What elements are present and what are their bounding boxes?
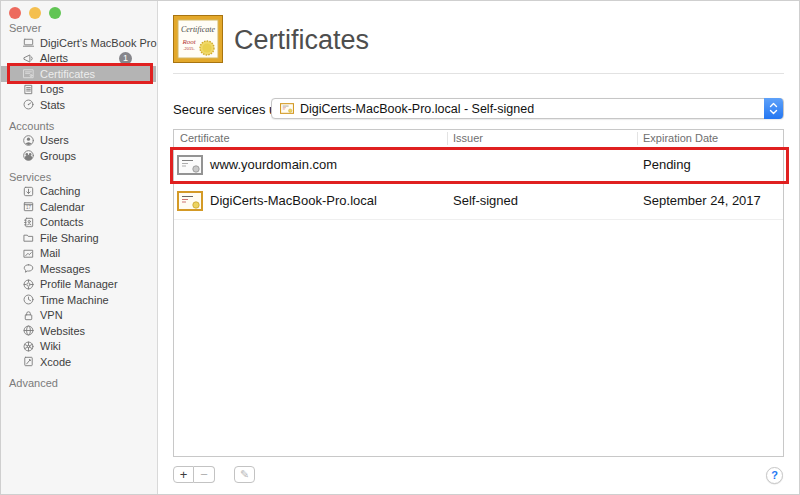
svg-text:17: 17 — [26, 206, 31, 211]
expiration-cell: September 24, 2017 — [643, 184, 761, 218]
section-label: Accounts — [1, 119, 156, 133]
sidebar-item-label: Profile Manager — [40, 278, 118, 290]
table-row-digicerts-macbook-pro-local[interactable]: DigiCerts-MacBook-Pro.localSelf-signedSe… — [174, 184, 783, 220]
alerts-badge: 1 — [119, 52, 132, 65]
close-button[interactable] — [9, 7, 21, 19]
issuer-cell: Self-signed — [453, 184, 518, 218]
laptop-icon — [22, 36, 35, 49]
sidebar-item-label: Alerts — [40, 52, 68, 64]
sidebar-section-services: ServicesCaching17CalendarContactsFile Sh… — [1, 170, 156, 370]
logs-icon — [22, 83, 35, 96]
dropdown-stepper-icon[interactable] — [764, 98, 783, 119]
sidebar-item-label: Wiki — [40, 340, 61, 352]
sidebar-section-server: ServerDigiCert’s MacBook ProAlerts1Certi… — [1, 21, 156, 113]
sidebar-item-label: Users — [40, 134, 69, 146]
certificates-large-icon: Certificate Root -2015- — [173, 15, 223, 63]
column-divider — [637, 132, 638, 145]
table-row-www-yourdomain-com[interactable]: www.yourdomain.comPending — [174, 148, 783, 184]
group-icon — [22, 149, 35, 162]
column-header-certificate[interactable]: Certificate — [180, 132, 230, 144]
sidebar-item-label: Stats — [40, 99, 65, 111]
sidebar-item-label: Xcode — [40, 356, 71, 368]
edit-certificate-button[interactable]: ✎ — [234, 466, 255, 483]
sidebar-item-label: File Sharing — [40, 232, 99, 244]
page-title: Certificates — [234, 25, 369, 56]
certificate-signed-icon — [177, 191, 203, 214]
header-divider — [173, 73, 784, 74]
add-certificate-button[interactable]: + — [173, 466, 194, 483]
caching-icon — [22, 185, 35, 198]
sidebar-item-vpn[interactable]: VPN — [1, 308, 156, 324]
contacts-icon — [22, 216, 35, 229]
sidebar-item-label: Logs — [40, 83, 64, 95]
section-label: Server — [1, 21, 156, 35]
sidebar-item-label: Time Machine — [40, 294, 109, 306]
megaphone-icon — [22, 52, 35, 65]
sidebar-item-mail[interactable]: Mail — [1, 246, 156, 262]
sidebar-item-label: Contacts — [40, 216, 83, 228]
sidebar-item-wiki[interactable]: Wiki — [1, 339, 156, 355]
sidebar-item-digicert-s-macbook-pro[interactable]: DigiCert’s MacBook Pro — [1, 35, 156, 51]
section-label: Advanced — [1, 376, 156, 390]
user-icon — [22, 134, 35, 147]
table-header: CertificateIssuerExpiration Date — [174, 130, 783, 148]
sidebar-item-alerts[interactable]: Alerts1 — [1, 51, 156, 67]
certificate-icon — [22, 67, 35, 80]
sidebar-item-messages[interactable]: Messages — [1, 261, 156, 277]
svg-text:Root: Root — [181, 38, 196, 46]
minimize-button[interactable] — [29, 7, 41, 19]
remove-certificate-button[interactable]: − — [194, 466, 215, 483]
column-header-issuer[interactable]: Issuer — [453, 132, 483, 144]
sidebar-item-time-machine[interactable]: Time Machine — [1, 292, 156, 308]
sidebar-section-accounts: AccountsUsersGroups — [1, 119, 156, 164]
column-header-expiration-date[interactable]: Expiration Date — [643, 132, 718, 144]
stats-icon — [22, 98, 35, 111]
vpn-icon — [22, 309, 35, 322]
sidebar-item-certificates[interactable]: Certificates — [1, 66, 156, 82]
calendar-icon: 17 — [22, 200, 35, 213]
sidebar-item-xcode[interactable]: Xcode — [1, 354, 156, 370]
dropdown-selected-value: DigiCerts-MacBook-Pro.local - Self-signe… — [300, 102, 534, 116]
sidebar-item-label: Websites — [40, 325, 85, 337]
sidebar-item-label: Caching — [40, 185, 80, 197]
sidebar-item-calendar[interactable]: 17Calendar — [1, 199, 156, 215]
sidebar-item-users[interactable]: Users — [1, 133, 156, 149]
sidebar-item-contacts[interactable]: Contacts — [1, 215, 156, 231]
certificate-cell: www.yourdomain.com — [210, 148, 337, 182]
certificate-cell: DigiCerts-MacBook-Pro.local — [210, 184, 377, 218]
sidebar: ServerDigiCert’s MacBook ProAlerts1Certi… — [1, 1, 158, 494]
svg-text:-2015-: -2015- — [183, 46, 195, 51]
column-divider — [447, 132, 448, 145]
section-label: Services — [1, 170, 156, 184]
xcode-icon — [22, 355, 35, 368]
messages-icon — [22, 262, 35, 275]
sidebar-item-file-sharing[interactable]: File Sharing — [1, 230, 156, 246]
certificate-pending-icon — [177, 155, 203, 178]
sidebar-item-label: DigiCert’s MacBook Pro — [40, 37, 157, 49]
secure-services-dropdown[interactable]: DigiCerts-MacBook-Pro.local - Self-signe… — [271, 98, 784, 119]
time-machine-icon — [22, 293, 35, 306]
sidebar-item-label: Calendar — [40, 201, 85, 213]
sidebar-item-label: Messages — [40, 263, 90, 275]
sidebar-item-stats[interactable]: Stats — [1, 97, 156, 113]
zoom-button[interactable] — [49, 7, 61, 19]
profile-manager-icon — [22, 278, 35, 291]
sidebar-sections: ServerDigiCert’s MacBook ProAlerts1Certi… — [1, 21, 156, 396]
main-panel: Certificate Root -2015- Certificates Sec… — [158, 1, 799, 494]
sidebar-item-label: Groups — [40, 150, 76, 162]
sidebar-item-caching[interactable]: Caching — [1, 184, 156, 200]
sidebar-item-label: Certificates — [40, 68, 95, 80]
file-sharing-icon — [22, 231, 35, 244]
sidebar-item-label: Mail — [40, 247, 60, 259]
table-toolbar: + − — [173, 466, 215, 483]
table-body: www.yourdomain.comPending DigiCerts-MacB… — [174, 148, 783, 220]
sidebar-item-logs[interactable]: Logs — [1, 82, 156, 98]
sidebar-item-groups[interactable]: Groups — [1, 148, 156, 164]
certificate-mini-icon — [280, 103, 294, 114]
mail-icon — [22, 247, 35, 260]
sidebar-item-websites[interactable]: Websites — [1, 323, 156, 339]
help-button[interactable]: ? — [766, 467, 783, 484]
sidebar-item-profile-manager[interactable]: Profile Manager — [1, 277, 156, 293]
sidebar-section-advanced: Advanced — [1, 376, 156, 390]
svg-text:Certificate: Certificate — [181, 25, 216, 34]
